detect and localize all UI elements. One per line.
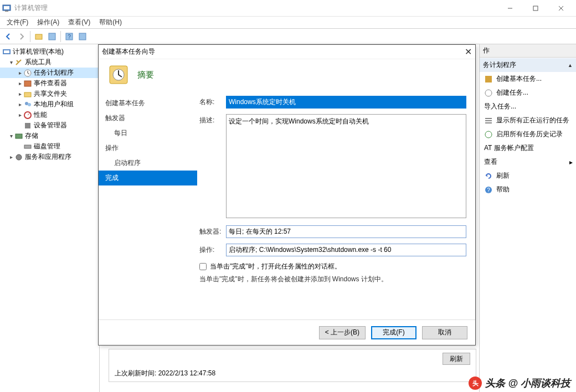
action-enable-history[interactable]: 启用所有任务历史记录 [480, 127, 576, 141]
up-button[interactable] [33, 30, 45, 43]
tree-panel: 计算机管理(本地) ▾系统工具 ▸任务计划程序 ▸事件查看器 ▸共享文件夹 ▸本… [0, 44, 100, 392]
history-icon [484, 130, 493, 139]
menu-action[interactable]: 操作(A) [33, 17, 64, 28]
props-button[interactable] [76, 30, 89, 43]
finish-button[interactable]: 完成(F) [371, 326, 416, 339]
svg-rect-21 [16, 134, 22, 138]
action-input [226, 244, 466, 256]
wizard-note: 当单击"完成"时，新任务将会被创建并添加到 Windows 计划中。 [199, 275, 466, 284]
name-input[interactable] [226, 96, 466, 109]
status-panel: 刷新 上次刷新时间: 2022/2/13 12:47:58 [109, 349, 476, 382]
svg-rect-1 [4, 6, 9, 9]
action-at-service[interactable]: AT 服务帐户配置 [480, 141, 576, 155]
tree-device-manager[interactable]: ▸设备管理器 [0, 120, 99, 131]
wizard-content: 名称: 描述: 设定一个时间，实现Windows系统定时自动关机 触发器: 操作… [197, 90, 475, 319]
back-button[interactable]: < 上一步(B) [319, 326, 366, 339]
svg-rect-2 [5, 11, 8, 12]
close-button[interactable] [548, 0, 574, 17]
label-trigger: 触发器: [199, 225, 226, 236]
svg-point-25 [485, 90, 492, 96]
clock-icon [23, 69, 32, 78]
actions-group-title[interactable]: 务计划程序▲ [480, 58, 576, 72]
chevron-right-icon: ▸ [569, 158, 573, 166]
svg-rect-11 [79, 33, 86, 40]
tree-performance[interactable]: ▸性能 [0, 110, 99, 120]
action-create-basic[interactable]: 创建基本任务... [480, 72, 576, 86]
action-view[interactable]: 查看▸ [480, 155, 576, 169]
toolbar: ? [0, 29, 576, 44]
help-button[interactable]: ? [63, 30, 75, 43]
refresh-icon [484, 172, 493, 180]
menubar: 文件(F) 操作(A) 查看(V) 帮助(H) [0, 17, 576, 29]
step-create-basic[interactable]: 创建基本任务 [99, 96, 197, 111]
cancel-button[interactable]: 取消 [422, 326, 467, 339]
watermark-logo-icon: 头 [469, 376, 482, 390]
storage-icon [14, 132, 23, 141]
computer-icon [2, 48, 11, 56]
tree-systools[interactable]: ▾系统工具 [0, 57, 99, 68]
tree-disk-mgmt[interactable]: ▸磁盘管理 [0, 141, 99, 152]
tree-root[interactable]: 计算机管理(本地) [0, 47, 99, 57]
step-start-program[interactable]: 启动程序 [99, 156, 197, 171]
step-finish[interactable]: 完成 [99, 171, 197, 185]
refresh-button[interactable]: 刷新 [443, 353, 470, 365]
svg-rect-24 [485, 76, 492, 82]
svg-text:?: ? [68, 34, 71, 40]
view-button[interactable] [46, 30, 58, 43]
minimize-button[interactable] [497, 0, 523, 17]
action-create-task[interactable]: 创建任务... [480, 86, 576, 100]
maximize-button[interactable] [523, 0, 548, 17]
services-icon [14, 153, 23, 162]
actions-header: 作 [480, 44, 576, 58]
titlebar: 计算机管理 [0, 0, 576, 17]
label-name: 名称: [199, 96, 226, 107]
tree-task-scheduler[interactable]: ▸任务计划程序 [0, 68, 99, 78]
action-import-task[interactable]: 导入任务... [480, 100, 576, 114]
svg-point-23 [16, 154, 22, 160]
tree-services[interactable]: ▸服务和应用程序 [0, 152, 99, 162]
last-refresh-label: 上次刷新时间: 2022/2/13 12:47:58 [115, 369, 470, 378]
menu-file[interactable]: 文件(F) [2, 17, 33, 28]
wizard-dialog: 创建基本任务向导 ✕ 摘要 创建基本任务 触发器 每日 操作 启动程序 完成 名… [98, 44, 476, 345]
tree-local-users[interactable]: ▸本地用户和组 [0, 99, 99, 110]
svg-rect-20 [25, 123, 30, 128]
desc-textarea[interactable]: 设定一个时间，实现Windows系统定时自动关机 [226, 114, 466, 218]
menu-help[interactable]: 帮助(H) [95, 17, 126, 28]
tree-storage[interactable]: ▾存储 [0, 131, 99, 141]
window-title: 计算机管理 [14, 3, 497, 13]
svg-text:?: ? [487, 187, 490, 193]
device-icon [23, 121, 32, 130]
trigger-input [226, 225, 466, 238]
action-refresh[interactable]: 刷新 [480, 169, 576, 183]
action-help[interactable]: ?帮助 [480, 183, 576, 197]
action-show-running[interactable]: 显示所有正在运行的任务 [480, 114, 576, 127]
users-icon [23, 100, 32, 109]
svg-rect-26 [485, 118, 492, 119]
wizard-header: 摘要 [99, 59, 475, 90]
wizard-close-button[interactable]: ✕ [455, 47, 472, 57]
app-icon [2, 4, 11, 13]
label-action: 操作: [199, 244, 226, 255]
back-button[interactable] [2, 30, 14, 43]
menu-view[interactable]: 查看(V) [64, 17, 95, 28]
disk-icon [23, 142, 32, 151]
step-operation[interactable]: 操作 [99, 141, 197, 156]
svg-rect-13 [4, 50, 9, 53]
svg-rect-16 [24, 92, 31, 97]
summary-icon [107, 64, 130, 86]
svg-rect-22 [24, 145, 31, 148]
event-icon [23, 79, 32, 88]
list-icon [484, 116, 493, 125]
step-trigger[interactable]: 触发器 [99, 111, 197, 126]
tree-event-viewer[interactable]: ▸事件查看器 [0, 78, 99, 89]
step-daily[interactable]: 每日 [99, 126, 197, 141]
open-props-checkbox[interactable] [199, 263, 207, 270]
wizard-icon [484, 75, 493, 84]
task-icon [484, 89, 493, 97]
wizard-footer: < 上一步(B) 完成(F) 取消 [99, 319, 475, 345]
collapse-icon: ▲ [568, 63, 573, 68]
forward-button[interactable] [16, 30, 28, 43]
svg-rect-15 [24, 81, 31, 86]
tree-shared-folders[interactable]: ▸共享文件夹 [0, 89, 99, 99]
svg-rect-4 [533, 6, 538, 11]
